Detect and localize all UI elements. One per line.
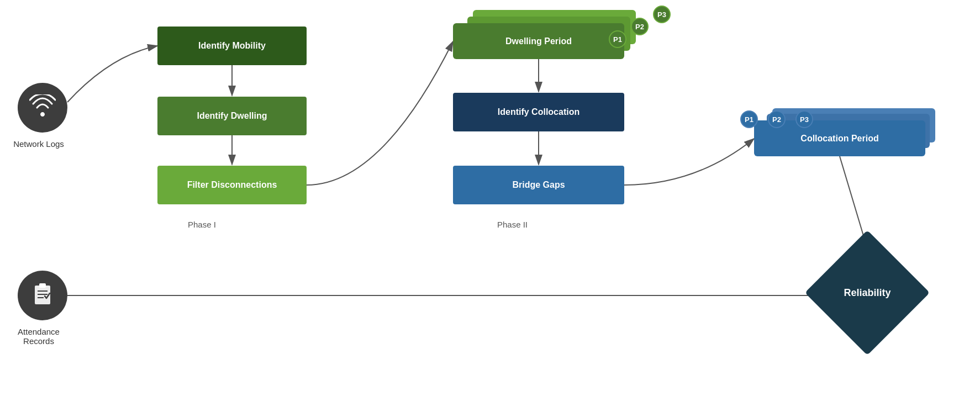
p2-badge-collocation: P2 xyxy=(768,110,786,128)
identify-collocation-label: Identify Collocation xyxy=(498,107,579,117)
arrows-layer xyxy=(0,0,980,412)
reliability-diamond: Reliability xyxy=(823,249,911,337)
diagram-container: Network Logs AttendanceRecords Identify … xyxy=(0,0,980,412)
identify-mobility-box: Identify Mobility xyxy=(157,27,307,65)
dwelling-period-front-box: Dwelling Period xyxy=(453,23,624,59)
identify-collocation-box: Identify Collocation xyxy=(453,93,624,131)
p3-badge-collocation: P3 xyxy=(795,110,813,128)
p3-label: P3 xyxy=(657,10,666,19)
filter-disconnections-label: Filter Disconnections xyxy=(187,180,277,190)
bridge-gaps-label: Bridge Gaps xyxy=(512,180,565,190)
dwelling-period-label: Dwelling Period xyxy=(505,36,572,46)
p1-label: P1 xyxy=(613,35,622,44)
p3-badge-dwelling: P3 xyxy=(653,6,671,23)
clipboard-symbol xyxy=(30,281,55,310)
collocation-period-label: Collocation Period xyxy=(800,134,878,144)
filter-disconnections-box: Filter Disconnections xyxy=(157,166,307,204)
reliability-label: Reliability xyxy=(844,287,891,299)
identify-dwelling-label: Identify Dwelling xyxy=(197,111,267,121)
wifi-symbol xyxy=(29,94,56,122)
identify-mobility-label: Identify Mobility xyxy=(198,41,266,51)
p1-badge-collocation: P1 xyxy=(740,110,758,128)
identify-dwelling-box: Identify Dwelling xyxy=(157,97,307,135)
p3-collocation-label: P3 xyxy=(800,115,809,124)
p2-collocation-label: P2 xyxy=(772,115,781,124)
p1-badge-dwelling: P1 xyxy=(609,30,626,48)
network-logs-icon xyxy=(18,83,67,133)
p2-badge-dwelling: P2 xyxy=(631,18,649,35)
p2-label: P2 xyxy=(635,23,644,31)
phase-i-label: Phase I xyxy=(188,220,216,229)
svg-rect-9 xyxy=(39,283,46,288)
attendance-records-icon xyxy=(18,271,67,320)
p1-collocation-label: P1 xyxy=(745,115,754,124)
phase-ii-label: Phase II xyxy=(497,220,528,229)
attendance-records-label: AttendanceRecords xyxy=(6,327,72,346)
network-logs-label: Network Logs xyxy=(6,139,72,149)
bridge-gaps-box: Bridge Gaps xyxy=(453,166,624,204)
